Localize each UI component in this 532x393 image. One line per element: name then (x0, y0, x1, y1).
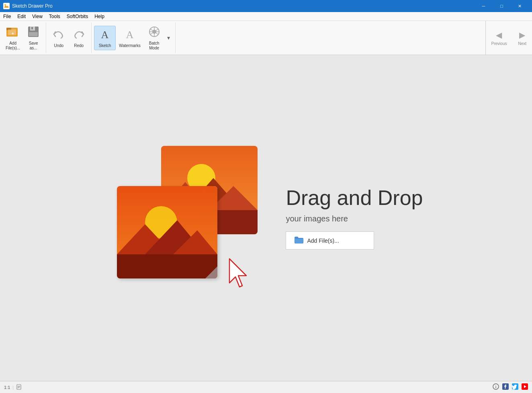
menu-edit[interactable]: Edit (14, 12, 29, 20)
previous-label: Previous (491, 41, 507, 46)
main-content: Drag and Drop your images here Add File(… (0, 55, 532, 381)
undo-icon (52, 28, 65, 43)
drag-drop-title: Drag and Drop (286, 186, 423, 209)
sketch-label: Sketch (99, 43, 111, 48)
youtube-icon[interactable] (522, 383, 528, 391)
drop-area: Drag and Drop your images here Add File(… (109, 142, 423, 295)
more-button[interactable]: ▾ (165, 33, 173, 43)
info-icon[interactable]: i (493, 383, 499, 391)
folder-icon (294, 236, 304, 245)
window-title: Sketch Drawer Pro (12, 3, 475, 9)
redo-button[interactable]: Redo (69, 26, 89, 50)
menu-tools[interactable]: Tools (46, 12, 63, 20)
menu-file[interactable]: File (0, 12, 14, 20)
facebook-icon[interactable] (502, 383, 509, 391)
drag-drop-subtitle: your images here (286, 214, 423, 223)
title-bar: Sketch Drawer Pro ─ □ ✕ (0, 0, 532, 12)
next-label: Next (518, 41, 526, 46)
svg-marker-32 (229, 259, 246, 287)
batch-mode-button[interactable]: BatchMode (144, 24, 165, 52)
svg-text:A: A (101, 29, 109, 41)
previous-arrow-icon: ◀ (496, 30, 502, 40)
batch-mode-label: BatchMode (149, 41, 160, 51)
undo-label: Undo (54, 43, 63, 48)
menu-softorbits[interactable]: SoftOrbits (63, 12, 91, 20)
status-left: 1:1 | (4, 384, 22, 391)
cursor-illustration (225, 257, 250, 291)
status-bar: 1:1 | i (0, 381, 532, 393)
maximize-button[interactable]: □ (493, 0, 511, 12)
add-files-label: Add File(s)... (307, 237, 339, 244)
svg-text:+: + (12, 31, 14, 36)
previous-button[interactable]: ◀ Previous (486, 21, 513, 55)
close-button[interactable]: ✕ (511, 0, 529, 12)
photo-svg-front (117, 186, 217, 278)
svg-text:i: i (495, 385, 497, 389)
page-icon (16, 384, 22, 391)
watermarks-icon: A (123, 28, 137, 43)
twitter-icon[interactable] (512, 383, 518, 391)
image-illustration (109, 142, 262, 295)
menu-view[interactable]: View (29, 12, 46, 20)
save-as-button[interactable]: Saveas... (23, 24, 43, 52)
add-file-label: AddFile(s)... (6, 41, 20, 51)
sketch-button[interactable]: A Sketch (94, 26, 116, 50)
next-button[interactable]: ▶ Next (512, 21, 532, 55)
zoom-level: 1:1 (4, 385, 10, 390)
batch-mode-icon (147, 25, 162, 40)
navigation-buttons: ◀ Previous ▶ Next (485, 21, 532, 55)
svg-rect-29 (117, 254, 217, 278)
menu-bar: File Edit View Tools SoftOrbits Help (0, 12, 532, 21)
add-file-button[interactable]: + AddFile(s)... (2, 24, 23, 52)
toolbar-tools-group: A Sketch A Watermarks (92, 23, 176, 53)
next-arrow-icon: ▶ (519, 30, 525, 40)
add-file-icon: + (6, 25, 20, 40)
redo-icon (72, 28, 85, 43)
watermarks-label: Watermarks (119, 43, 141, 48)
add-files-button[interactable]: Add File(s)... (286, 231, 374, 250)
minimize-button[interactable]: ─ (475, 0, 493, 12)
undo-button[interactable]: Undo (49, 26, 69, 50)
menu-help[interactable]: Help (91, 12, 108, 20)
save-as-label: Saveas... (29, 41, 38, 51)
window-controls: ─ □ ✕ (475, 0, 529, 12)
redo-label: Redo (74, 43, 84, 48)
app-icon (3, 3, 10, 9)
sketch-icon: A (98, 28, 112, 43)
svg-point-1 (4, 4, 6, 6)
toolbar: + AddFile(s)... Saveas... (0, 21, 532, 55)
svg-text:A: A (126, 29, 133, 41)
svg-rect-8 (29, 32, 38, 36)
drop-text: Drag and Drop your images here Add File(… (286, 186, 423, 250)
status-divider: | (12, 385, 14, 390)
save-icon (27, 25, 40, 40)
watermarks-button[interactable]: A Watermarks (116, 26, 144, 50)
svg-rect-9 (31, 27, 33, 29)
toolbar-file-group: + AddFile(s)... Saveas... (0, 23, 46, 53)
status-right: i (493, 383, 528, 391)
more-icon: ▾ (167, 35, 170, 41)
toolbar-history-group: Undo Redo (46, 23, 92, 53)
image-card-front (117, 186, 217, 278)
